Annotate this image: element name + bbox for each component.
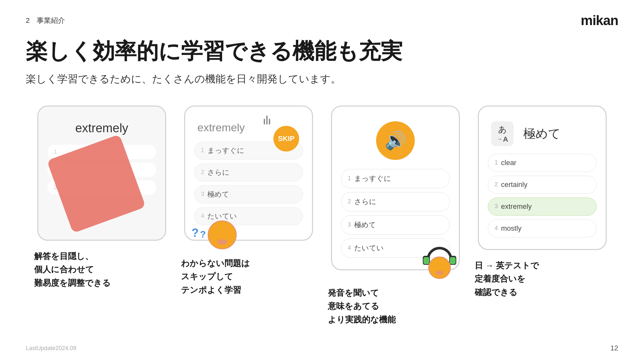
card4-header: あ → A 極めて [488, 121, 597, 146]
card4-description: 日 → 英テストで定着度合いを確認できる [475, 259, 610, 299]
list-item: 1 まっすぐに [341, 169, 450, 188]
phone-card-1: extremely 1 2 3 [37, 106, 166, 241]
logo: mikan [581, 13, 618, 28]
list-item: 2 certainly [488, 176, 597, 194]
skip-badge[interactable]: SKIP [273, 126, 299, 152]
phone-card-4: あ → A 極めて 1 clear 2 certainly 3 [478, 106, 607, 250]
card-section-3: 🔊 1 まっすぐに 2 さらに 3 極めて [328, 106, 463, 327]
header: 2 事業紹介 mikan [26, 13, 618, 28]
card1-word: extremely [75, 121, 128, 135]
mascot-orange-2 [208, 220, 237, 249]
card1-description: 解答を目隠し、個人に合わせて難易度を調整できる [34, 250, 169, 290]
main-title: 楽しく効率的に学習できる機能も充実 [26, 38, 618, 64]
card-section-4: あ → A 極めて 1 clear 2 certainly 3 [475, 106, 610, 299]
speaker-icon-container: 🔊 [376, 121, 415, 160]
card2-description: わからない問題はスキップしてテンポよく学習 [181, 257, 316, 297]
cards-row: extremely 1 2 3 解答を目隠し、個人に合わせて難易度を調整できる [26, 106, 618, 327]
footer: LastUpdate2024.09 12 [26, 344, 618, 352]
list-item: 1 clear [488, 154, 597, 172]
page-number: 12 [611, 344, 618, 352]
card4-answers: 1 clear 2 certainly 3 extremely 4 mostly [488, 154, 597, 237]
card-section-1: extremely 1 2 3 解答を目隠し、個人に合わせて難易度を調整できる [34, 106, 169, 290]
mascot-headphones-area [423, 247, 456, 279]
last-update: LastUpdate2024.09 [26, 345, 76, 352]
list-item: 3 極めて [341, 215, 450, 235]
phone-card-3: 🔊 1 まっすぐに 2 さらに 3 極めて [331, 106, 460, 270]
mascot-question-area: ? ? [192, 220, 237, 249]
card3-description: 発音を聞いて意味をあてるより実践的な機能 [328, 286, 463, 327]
page: 2 事業紹介 mikan 楽しく効率的に学習できる機能も充実 楽しく学習できるた… [0, 0, 644, 362]
sound-lines [264, 116, 270, 125]
phone-card-2: SKIP extremely 1 まっすぐに 2 さらに 3 極めて [184, 106, 313, 241]
card3-answers: 1 まっすぐに 2 さらに 3 極めて 4 たいてい [341, 169, 450, 258]
speaker-icon: 🔊 [385, 130, 406, 151]
list-item: 3 極めて [194, 185, 303, 203]
subtitle: 楽しく学習できるために、たくさんの機能を日々開発しています。 [26, 72, 618, 86]
list-item: 2 さらに [194, 163, 303, 181]
list-item: 4 mostly [488, 219, 597, 237]
card2-answers: 1 まっすぐに 2 さらに 3 極めて 4 たいてい [194, 142, 303, 225]
jp-to-en-icon: あ → A [491, 121, 514, 146]
section-label: 2 事業紹介 [26, 16, 65, 25]
card-section-2: SKIP extremely 1 まっすぐに 2 さらに 3 極めて [181, 106, 316, 297]
card4-word: 極めて [523, 125, 561, 142]
list-item: 2 さらに [341, 192, 450, 211]
list-item-highlighted: 3 extremely [488, 198, 597, 216]
card2-word: extremely [194, 121, 245, 134]
